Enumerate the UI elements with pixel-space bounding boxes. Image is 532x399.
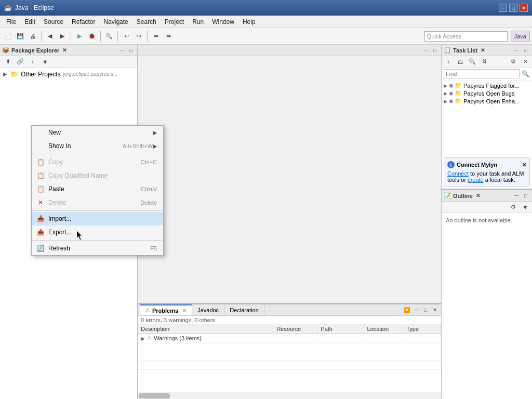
task-list-panel-actions: ─ □ bbox=[512, 46, 530, 55]
toolbar-sep-3 bbox=[100, 31, 101, 42]
task-item-0[interactable]: ▶ ◆ 📁 Papyrus Flagged for... bbox=[443, 82, 531, 89]
toolbar-undo[interactable]: ↩ bbox=[121, 31, 132, 42]
maximize-button[interactable]: □ bbox=[509, 4, 517, 12]
task-sort-icon[interactable]: ⇅ bbox=[478, 56, 490, 68]
ctx-show-in[interactable]: Show In Alt+Shift+W ▶ bbox=[32, 139, 163, 153]
toolbar-print[interactable]: 🖨 bbox=[27, 31, 38, 42]
task-list-close-icon[interactable]: ✕ bbox=[481, 47, 485, 53]
package-explorer-close-icon[interactable]: ✕ bbox=[62, 47, 66, 53]
minimize-panel-icon[interactable]: ─ bbox=[117, 46, 126, 55]
toolbar-navigate-back[interactable]: ⬅ bbox=[150, 31, 162, 42]
toolbar-new[interactable]: 📄 bbox=[2, 31, 14, 42]
task-list-maximize-icon[interactable]: □ bbox=[522, 46, 530, 55]
menu-project[interactable]: Project bbox=[161, 17, 188, 26]
toolbar-java-perspective[interactable]: Java bbox=[511, 31, 530, 42]
view-menu-icon[interactable]: ▼ bbox=[39, 56, 51, 68]
tree-item-other-projects[interactable]: ▶ 📁 Other Projects [org.eclipse.papyrus.… bbox=[2, 70, 135, 78]
task-item-1[interactable]: ▶ ◆ 📁 Papyrus Open Bugs bbox=[443, 89, 531, 97]
outline-minimize-icon[interactable]: ─ bbox=[512, 192, 521, 200]
toolbar-back[interactable]: ◀ bbox=[44, 31, 56, 42]
outline-close-icon[interactable]: ✕ bbox=[476, 193, 480, 198]
task-repo-icon[interactable]: 🗂 bbox=[455, 56, 466, 68]
tab-javadoc[interactable]: Javadoc bbox=[192, 304, 224, 315]
center-maximize-icon[interactable]: □ bbox=[431, 46, 439, 55]
new-icon[interactable]: + bbox=[27, 56, 38, 68]
ctx-sep-3 bbox=[32, 240, 163, 241]
ctx-refresh[interactable]: 🔄 Refresh F5 bbox=[32, 242, 163, 255]
scroll-thumb[interactable] bbox=[139, 393, 170, 398]
bottom-minimize-icon[interactable]: ─ bbox=[412, 306, 420, 314]
center-top-bar: ─ □ bbox=[138, 45, 441, 56]
connect-link[interactable]: Connect bbox=[447, 170, 469, 177]
collapse-all-icon[interactable]: ⬆ bbox=[2, 56, 14, 68]
toolbar-save[interactable]: 💾 bbox=[15, 31, 26, 42]
create-link[interactable]: create bbox=[468, 177, 484, 183]
center-editor-area[interactable] bbox=[138, 56, 441, 303]
ctx-paste[interactable]: 📋 Paste Ctrl+V bbox=[32, 182, 163, 196]
ctx-import[interactable]: 📥 Import... bbox=[32, 212, 163, 225]
outline-maximize-icon[interactable]: □ bbox=[522, 192, 530, 200]
problems-table-scroll[interactable]: Description Resource Path Location Type … bbox=[138, 325, 441, 392]
quick-access-input[interactable]: Quick Access bbox=[424, 31, 508, 42]
bottom-filter-icon[interactable]: 🔽 bbox=[403, 306, 411, 314]
menu-search[interactable]: Search bbox=[132, 17, 161, 26]
ctx-copy-qualified-label: Copy Qualified Name bbox=[48, 172, 157, 179]
tab-problems[interactable]: ⚠ Problems ✕ bbox=[140, 304, 192, 315]
task-find-icon[interactable]: 🔍 bbox=[522, 70, 529, 77]
title-bar-left: ☕ Java - Eclipse bbox=[4, 4, 54, 11]
ctx-copy-qualified[interactable]: 📋 Copy Qualified Name bbox=[32, 169, 163, 182]
bottom-tab-bar: ⚠ Problems ✕ Javadoc Declaration 🔽 ─ □ ✕ bbox=[138, 304, 441, 316]
task-new-icon[interactable]: + bbox=[443, 56, 454, 68]
task-find-input[interactable] bbox=[444, 69, 520, 78]
col-type: Type bbox=[403, 325, 441, 334]
task-close-icon[interactable]: ✕ bbox=[520, 56, 531, 68]
menu-run[interactable]: Run bbox=[188, 17, 208, 26]
row-expand-arrow[interactable]: ▶ bbox=[141, 336, 145, 341]
outline-view-menu-icon[interactable]: ▼ bbox=[520, 202, 531, 213]
task-item-2[interactable]: ▶ ◆ 📁 Papyrus Open Enha... bbox=[443, 97, 531, 105]
menu-source[interactable]: Source bbox=[39, 17, 68, 26]
tab-declaration[interactable]: Declaration bbox=[224, 304, 264, 315]
bottom-maximize-icon[interactable]: □ bbox=[421, 306, 430, 314]
toolbar-redo[interactable]: ↪ bbox=[133, 31, 144, 42]
panel-header-actions: ─ □ bbox=[117, 46, 135, 55]
menu-window[interactable]: Window bbox=[208, 17, 238, 26]
task-settings-icon[interactable]: ⚙ bbox=[508, 56, 519, 68]
menu-refactor[interactable]: Refactor bbox=[68, 17, 99, 26]
maximize-panel-icon[interactable]: □ bbox=[127, 46, 135, 55]
ctx-new[interactable]: New ▶ bbox=[32, 126, 163, 139]
toolbar-forward[interactable]: ▶ bbox=[57, 31, 68, 42]
center-minimize-icon[interactable]: ─ bbox=[421, 46, 430, 55]
close-button[interactable]: ✕ bbox=[520, 4, 528, 12]
link-editor-icon[interactable]: 🔗 bbox=[15, 56, 26, 68]
project-name: Other Projects bbox=[21, 71, 61, 78]
project-detail: [org.eclipse.papyrus.s... bbox=[63, 71, 118, 77]
task-list-minimize-icon[interactable]: ─ bbox=[512, 46, 521, 55]
bottom-scrollbar[interactable] bbox=[138, 392, 441, 399]
bottom-panel-actions: 🔽 ─ □ ✕ bbox=[403, 306, 439, 314]
toolbar-navigate-fwd[interactable]: ➡ bbox=[163, 31, 174, 42]
menu-navigate[interactable]: Navigate bbox=[99, 17, 132, 26]
minimize-button[interactable]: ─ bbox=[499, 4, 507, 12]
ctx-copy[interactable]: 📋 Copy Ctrl+C bbox=[32, 155, 163, 169]
ctx-export[interactable]: 📤 Export... bbox=[32, 225, 163, 239]
task-label-2: Papyrus Open Enha... bbox=[463, 98, 520, 104]
problems-tab-close[interactable]: ✕ bbox=[182, 308, 187, 313]
col-resource: Resource bbox=[273, 325, 317, 334]
menu-edit[interactable]: Edit bbox=[20, 17, 39, 26]
menu-help[interactable]: Help bbox=[238, 17, 260, 26]
ctx-refresh-icon: 🔄 bbox=[36, 244, 45, 253]
outline-settings-icon[interactable]: ⚙ bbox=[508, 202, 519, 213]
ctx-delete[interactable]: ✕ Delete Delete bbox=[32, 196, 163, 209]
toolbar-debug[interactable]: 🐞 bbox=[86, 31, 98, 42]
bottom-close-icon[interactable]: ✕ bbox=[431, 306, 439, 314]
toolbar-search[interactable]: 🔍 bbox=[103, 31, 115, 42]
task-filter-icon[interactable]: 🔍 bbox=[467, 56, 478, 68]
menu-file[interactable]: File bbox=[2, 17, 20, 26]
ctx-sep-1 bbox=[32, 154, 163, 154]
toolbar-sep-2 bbox=[71, 31, 71, 42]
mylyn-close-icon[interactable]: ✕ bbox=[522, 162, 526, 168]
table-row[interactable]: ▶ ⚠ Warnings (3 items) bbox=[138, 334, 441, 343]
toolbar-run[interactable]: ▶ bbox=[74, 31, 85, 42]
javadoc-tab-label: Javadoc bbox=[197, 307, 219, 313]
